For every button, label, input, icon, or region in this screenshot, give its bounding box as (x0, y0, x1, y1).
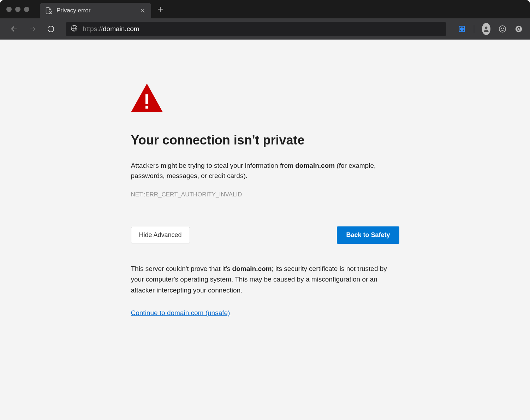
sync-icon[interactable] (514, 25, 523, 33)
desc-pre: Attackers might be trying to steal your … (131, 162, 296, 169)
svg-point-16 (516, 26, 522, 32)
url-host: domain.com (103, 25, 139, 33)
feedback-icon[interactable] (498, 25, 507, 33)
forward-button[interactable] (25, 22, 40, 36)
new-tab-button[interactable] (151, 1, 169, 18)
proceed-unsafe-link[interactable]: Continue to domain.com (unsafe) (131, 309, 230, 317)
close-tab-button[interactable] (139, 6, 146, 16)
minimize-window-button[interactable] (15, 7, 20, 12)
hide-advanced-button[interactable]: Hide Advanced (131, 227, 190, 243)
url-scheme: https:// (83, 25, 103, 33)
tracking-prevention-icon[interactable] (458, 25, 466, 33)
maximize-window-button[interactable] (24, 7, 29, 12)
titlebar: Privacy error (0, 0, 530, 18)
svg-point-12 (485, 26, 488, 29)
site-info-icon[interactable] (71, 25, 78, 33)
tab-title: Privacy error (56, 7, 139, 14)
advanced-explanation: This server couldn't prove that it's dom… (131, 264, 399, 296)
toolbar-divider (474, 25, 474, 33)
error-description: Attackers might be trying to steal your … (131, 160, 399, 181)
adv-domain: domain.com (232, 265, 272, 272)
address-bar[interactable]: https://domain.com (66, 22, 446, 36)
insecure-page-icon (45, 7, 52, 14)
privacy-error-page: Your connection isn't private Attackers … (124, 40, 406, 338)
back-to-safety-button[interactable]: Back to Safety (337, 226, 399, 244)
error-heading: Your connection isn't private (131, 133, 399, 148)
button-row: Hide Advanced Back to Safety (131, 226, 399, 244)
error-code: NET::ERR_CERT_AUTHORITY_INVALID (131, 191, 399, 198)
svg-rect-19 (145, 106, 148, 109)
avatar-icon (482, 23, 490, 35)
tab-privacy-error[interactable]: Privacy error (40, 3, 151, 18)
page-content: Your connection isn't private Attackers … (0, 40, 530, 420)
svg-point-13 (499, 26, 506, 32)
toolbar-right (458, 25, 523, 33)
svg-point-15 (503, 28, 504, 29)
browser-toolbar: https://domain.com (0, 18, 530, 40)
profile-button[interactable] (482, 25, 490, 33)
tab-strip: Privacy error (40, 0, 169, 18)
close-window-button[interactable] (6, 7, 12, 12)
svg-point-14 (501, 28, 502, 29)
adv-pre: This server couldn't prove that it's (131, 265, 232, 272)
window-controls (6, 7, 29, 12)
back-button[interactable] (7, 22, 21, 36)
svg-rect-18 (145, 94, 148, 104)
refresh-button[interactable] (44, 22, 58, 36)
warning-icon (131, 82, 399, 115)
desc-domain: domain.com (295, 162, 335, 169)
browser-window: Privacy error https://domain.com (0, 0, 530, 420)
